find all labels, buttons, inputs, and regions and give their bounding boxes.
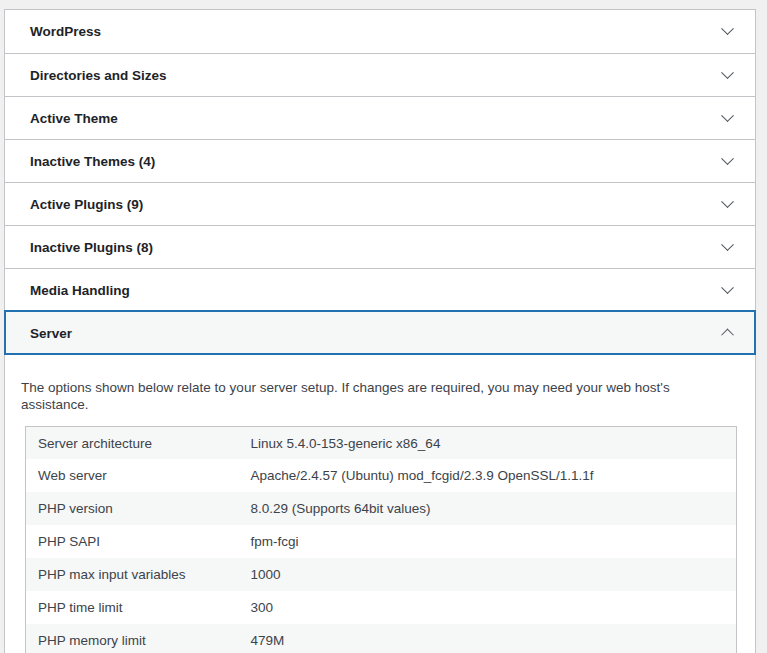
accordion-section-label: Media Handling [30,283,130,298]
chevron-up-icon [721,328,734,341]
accordion-section-label: Directories and Sizes [30,68,167,83]
row-label: PHP version [26,492,239,525]
table-row: PHP memory limit479M [26,624,737,653]
row-value: fpm-fcgi [239,525,737,558]
table-row: PHP max input variables1000 [26,558,737,591]
accordion-section-directories-and-sizes[interactable]: Directories and Sizes [5,53,755,96]
row-value: 8.0.29 (Supports 64bit values) [239,492,737,525]
row-label: PHP time limit [26,591,239,624]
table-row: PHP version8.0.29 (Supports 64bit values… [26,492,737,525]
chevron-down-icon [721,281,734,294]
chevron-down-icon [721,22,734,35]
accordion-section-label: Server [30,326,72,341]
row-label: PHP memory limit [26,624,239,653]
row-value: Linux 5.4.0-153-generic x86_64 [239,426,737,459]
accordion-section-wordpress[interactable]: WordPress [5,10,755,53]
accordion-section-active-theme[interactable]: Active Theme [5,96,755,139]
table-row: PHP time limit300 [26,591,737,624]
server-info-table: Server architectureLinux 5.4.0-153-gener… [25,426,737,653]
chevron-down-icon [721,66,734,79]
row-label: Web server [26,459,239,492]
accordion-section-label: Active Plugins (9) [30,197,143,212]
chevron-down-icon [721,152,734,165]
accordion-section-label: Inactive Plugins (8) [30,240,153,255]
table-row: Web serverApache/2.4.57 (Ubuntu) mod_fcg… [26,459,737,492]
accordion-section-server[interactable]: Server [5,311,755,354]
table-row: Server architectureLinux 5.4.0-153-gener… [26,426,737,459]
server-panel: The options shown below relate to your s… [5,380,755,653]
chevron-down-icon [721,238,734,251]
chevron-down-icon [721,109,734,122]
accordion-section-label: Inactive Themes (4) [30,154,155,169]
table-row: PHP SAPIfpm-fcgi [26,525,737,558]
row-value: 1000 [239,558,737,591]
row-label: PHP max input variables [26,558,239,591]
accordion-section-label: Active Theme [30,111,118,126]
row-value: 479M [239,624,737,653]
accordion-section-inactive-themes-4[interactable]: Inactive Themes (4) [5,139,755,182]
accordion-section-media-handling[interactable]: Media Handling [5,268,755,311]
chevron-down-icon [721,195,734,208]
site-health-info-accordion: WordPressDirectories and SizesActive The… [4,9,756,653]
accordion-section-label: WordPress [30,24,101,39]
row-label: PHP SAPI [26,525,239,558]
server-panel-description: The options shown below relate to your s… [21,380,737,414]
accordion-section-active-plugins-9[interactable]: Active Plugins (9) [5,182,755,225]
row-value: Apache/2.4.57 (Ubuntu) mod_fcgid/2.3.9 O… [239,459,737,492]
row-value: 300 [239,591,737,624]
accordion-sections: WordPressDirectories and SizesActive The… [5,10,755,354]
accordion-section-inactive-plugins-8[interactable]: Inactive Plugins (8) [5,225,755,268]
row-label: Server architecture [26,426,239,459]
